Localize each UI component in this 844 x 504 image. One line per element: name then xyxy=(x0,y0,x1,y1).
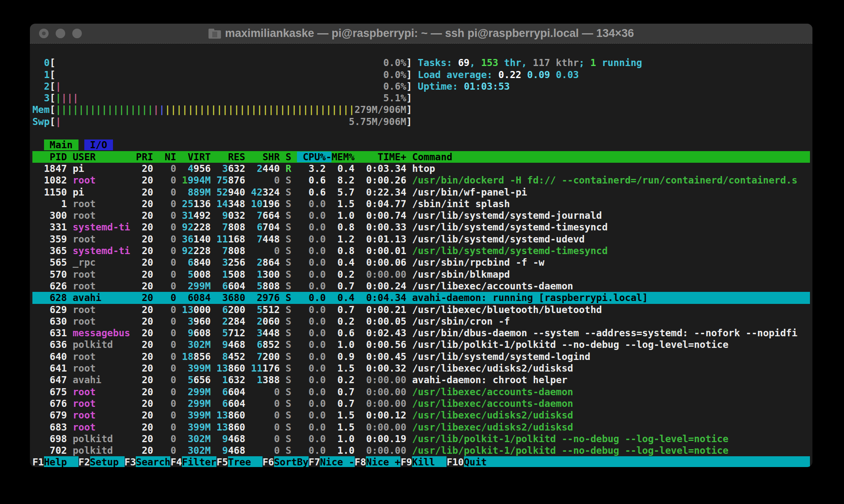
traffic-lights xyxy=(39,29,82,38)
process-row-331[interactable]: 331 systemd-ti 20 0 92228 7808 6704 S 0.… xyxy=(32,221,810,233)
fkey-f5[interactable]: F5 xyxy=(216,456,228,467)
zoom-button[interactable] xyxy=(72,29,82,38)
process-row-365[interactable]: 365 systemd-ti 20 0 92228 7808 0 S 0.0 0… xyxy=(32,245,810,257)
function-bar-fill xyxy=(498,456,810,467)
cpu-meter-1: 1[ 0.0%] Load average: 0.22 0.09 0.03 xyxy=(32,69,810,81)
fkey-action-nice[interactable]: Nice + xyxy=(366,456,400,467)
fkey-f10[interactable]: F10 xyxy=(447,456,464,467)
process-row-631[interactable]: 631 messagebus 20 0 9608 5712 3448 S 0.0… xyxy=(32,327,810,339)
process-row-630[interactable]: 630 root 20 0 3960 2284 2060 S 0.0 0.2 0… xyxy=(32,316,810,327)
fkey-action-filter[interactable]: Filter xyxy=(182,456,216,467)
column-header-cpu[interactable]: CPU% xyxy=(297,152,326,162)
process-row-300[interactable]: 300 root 20 0 31492 9032 7664 S 0.0 1.0 … xyxy=(32,210,810,221)
process-row-628[interactable]: 628 avahi 20 0 6084 3680 2976 S 0.0 0.4 … xyxy=(32,292,810,303)
fkey-f4[interactable]: F4 xyxy=(170,456,182,467)
column-header-ni[interactable]: NI xyxy=(159,152,177,162)
process-row-683[interactable]: 683 root 20 0 399M 13860 0 S 0.0 1.5 0:0… xyxy=(32,421,810,433)
process-row-359[interactable]: 359 root 20 0 36140 11168 7448 S 0.0 1.2… xyxy=(32,233,810,245)
fkey-f3[interactable]: F3 xyxy=(125,456,136,467)
column-header-command[interactable]: Command xyxy=(412,152,452,162)
fkey-action-help[interactable]: Help xyxy=(44,456,79,467)
fkey-action-kill[interactable]: Kill xyxy=(412,456,447,467)
close-button[interactable] xyxy=(39,29,49,38)
memory-meter: Mem[||||||||||||||||||||||||||||||||||||… xyxy=(32,104,810,115)
table-header-row: PID USER PRI NI VIRT RES SHR S CPU%-MEM%… xyxy=(32,151,810,163)
process-row-647[interactable]: 647 avahi 20 0 5656 1632 1388 S 0.0 0.2 … xyxy=(32,374,810,386)
blank-line xyxy=(32,127,810,139)
process-row-641[interactable]: 641 root 20 0 399M 13860 11176 S 0.0 1.5… xyxy=(32,362,810,374)
tab-bar: Main I/O xyxy=(32,139,810,151)
process-row-1[interactable]: 1 root 20 0 25136 14348 10196 S 0.0 1.5 … xyxy=(32,198,810,210)
window-titlebar[interactable]: maximiliankaske — pi@raspberrypi: ~ — ss… xyxy=(30,24,812,44)
process-row-629[interactable]: 629 root 20 0 13000 6200 5512 S 0.0 0.7 … xyxy=(32,304,810,316)
process-row-640[interactable]: 640 root 20 0 18856 8452 7200 S 0.0 0.9 … xyxy=(32,351,810,362)
fkey-action-quit[interactable]: Quit xyxy=(464,456,498,467)
tab-main[interactable]: Main xyxy=(44,139,79,150)
fkey-f1[interactable]: F1 xyxy=(32,456,44,467)
column-header-s[interactable]: S xyxy=(285,152,291,162)
function-key-bar: F1Help F2Setup F3SearchF4FilterF5Tree F6… xyxy=(32,456,810,467)
process-row-1847[interactable]: 1847 pi 20 0 4956 3632 2440 R 3.2 0.4 0:… xyxy=(32,163,810,174)
process-row-676[interactable]: 676 root 20 0 299M 6604 0 S 0.0 0.7 0:00… xyxy=(32,398,810,409)
tab-io[interactable]: I/O xyxy=(84,139,113,150)
swap-meter: Swp[| 5.75M/906M] xyxy=(32,116,810,127)
column-header-sort-dash[interactable]: - xyxy=(326,152,331,162)
fkey-f2[interactable]: F2 xyxy=(79,456,90,467)
fkey-action-setup[interactable]: Setup xyxy=(90,456,125,467)
fkey-action-sortby[interactable]: SortBy xyxy=(274,456,309,467)
column-header-user[interactable]: USER xyxy=(73,152,130,162)
cpu-meter-2: 2[| 0.6%] Uptime: 01:03:53 xyxy=(32,81,810,92)
fkey-f8[interactable]: F8 xyxy=(355,456,366,467)
fkey-action-tree[interactable]: Tree xyxy=(228,456,263,467)
process-row-626[interactable]: 626 root 20 0 299M 6604 5808 S 0.0 0.7 0… xyxy=(32,280,810,292)
column-header-mem[interactable]: MEM% xyxy=(331,152,354,162)
minimize-button[interactable] xyxy=(56,29,65,38)
process-row-679[interactable]: 679 root 20 0 399M 13860 0 S 0.0 1.5 0:0… xyxy=(32,409,810,421)
cpu-meter-3: 3[|||| 5.1%] xyxy=(32,92,810,104)
column-header-pri[interactable]: PRI xyxy=(136,152,153,162)
fkey-action-nice[interactable]: Nice - xyxy=(320,456,354,467)
blank-line xyxy=(32,45,810,57)
column-header-shr[interactable]: SHR xyxy=(251,152,280,162)
column-header-time[interactable]: TIME+ xyxy=(361,152,407,162)
window-title-text: maximiliankaske — pi@raspberrypi: ~ — ss… xyxy=(225,27,634,40)
fkey-action-search[interactable]: Search xyxy=(136,456,170,467)
process-row-1150[interactable]: 1150 pi 20 0 889M 52940 42324 S 0.6 5.7 … xyxy=(32,186,810,198)
process-row-675[interactable]: 675 root 20 0 299M 6604 0 S 0.0 0.7 0:00… xyxy=(32,386,810,398)
htop-screen: 0[ 0.0%] Tasks: 69, 153 thr, 117 kthr; 1… xyxy=(30,44,812,467)
process-row-636[interactable]: 636 polkitd 20 0 302M 9468 6852 S 0.0 1.… xyxy=(32,339,810,350)
column-header-virt[interactable]: VIRT xyxy=(182,152,211,162)
process-row-1082[interactable]: 1082 root 20 0 1994M 75876 0 S 0.6 8.2 0… xyxy=(32,174,810,186)
folder-icon xyxy=(209,29,221,39)
fkey-f6[interactable]: F6 xyxy=(263,456,274,467)
fkey-f7[interactable]: F7 xyxy=(309,456,320,467)
process-row-698[interactable]: 698 polkitd 20 0 302M 9468 0 S 0.0 1.0 0… xyxy=(32,433,810,445)
cpu-meter-0: 0[ 0.0%] Tasks: 69, 153 thr, 117 kthr; 1… xyxy=(32,57,810,69)
process-row-570[interactable]: 570 root 20 0 5008 1508 1300 S 0.0 0.2 0… xyxy=(32,269,810,280)
fkey-f9[interactable]: F9 xyxy=(400,456,412,467)
process-row-565[interactable]: 565 _rpc 20 0 6840 3256 2864 S 0.0 0.4 0… xyxy=(32,257,810,268)
window-title: maximiliankaske — pi@raspberrypi: ~ — ss… xyxy=(209,27,634,40)
column-header-pid[interactable]: PID xyxy=(32,152,67,162)
column-header-res[interactable]: RES xyxy=(216,152,245,162)
terminal-window: maximiliankaske — pi@raspberrypi: ~ — ss… xyxy=(30,24,812,467)
process-row-702[interactable]: 702 polkitd 20 0 302M 9468 0 S 0.0 1.0 0… xyxy=(32,445,810,456)
